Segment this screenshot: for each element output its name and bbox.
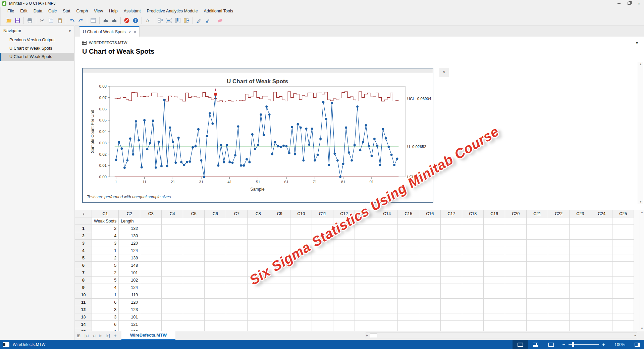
cell-C20-r2[interactable]	[505, 232, 527, 240]
cell-C13-r8[interactable]	[355, 277, 376, 284]
cell-C15-r13[interactable]	[398, 313, 419, 321]
insert-columns-icon[interactable]	[174, 16, 182, 24]
name-row-header[interactable]	[75, 217, 92, 225]
cell-C18-r8[interactable]	[462, 277, 484, 284]
cell-C18-r3[interactable]	[462, 240, 484, 247]
cell-C24-r9[interactable]	[591, 284, 612, 291]
copy-icon[interactable]	[47, 16, 55, 24]
cell-C18-r4[interactable]	[462, 247, 484, 254]
cell-C12-r1[interactable]	[333, 225, 355, 232]
cell-C10-r12[interactable]	[290, 306, 312, 313]
help-icon[interactable]: ?	[131, 16, 140, 24]
cell-C25-r5[interactable]	[612, 254, 634, 262]
cell-C18-r15[interactable]	[462, 328, 484, 331]
cell-C3-r2[interactable]	[140, 232, 162, 240]
cell-C14-r15[interactable]	[376, 328, 398, 331]
cell-C16-r3[interactable]	[419, 240, 441, 247]
column-name-C18[interactable]	[462, 217, 484, 225]
column-name-C12[interactable]	[333, 217, 355, 225]
column-name-C15[interactable]	[398, 217, 419, 225]
cell-C9-r3[interactable]	[269, 240, 290, 247]
cell-C23-r14[interactable]	[570, 321, 591, 328]
cell-C21-r8[interactable]	[527, 277, 548, 284]
column-header-C5[interactable]: C5	[183, 210, 205, 217]
cell-C4-r7[interactable]	[162, 269, 183, 277]
cell-C15-r11[interactable]	[398, 299, 419, 306]
cell-C23-r8[interactable]	[570, 277, 591, 284]
eraser-icon[interactable]	[216, 16, 224, 24]
grid-vertical-scrollbar[interactable]: ▲ ▼	[640, 210, 644, 331]
cell-C21-r10[interactable]	[527, 291, 548, 299]
cell-C14-r14[interactable]	[376, 321, 398, 328]
find-icon[interactable]	[102, 16, 110, 24]
cell-C17-r15[interactable]	[441, 328, 462, 331]
cell-C11-r9[interactable]	[312, 284, 333, 291]
cell-C5-r6[interactable]	[183, 262, 205, 269]
cell-C8-r6[interactable]	[248, 262, 269, 269]
cell-C8-r8[interactable]	[248, 277, 269, 284]
cell-C2-r14[interactable]: 121	[119, 321, 140, 328]
column-name-C17[interactable]	[441, 217, 462, 225]
cell-C4-r14[interactable]	[162, 321, 183, 328]
cell-C9-r12[interactable]	[269, 306, 290, 313]
cell-C14-r4[interactable]	[376, 247, 398, 254]
cell-C15-r7[interactable]	[398, 269, 419, 277]
cell-C14-r3[interactable]	[376, 240, 398, 247]
view-output-button[interactable]	[513, 340, 528, 349]
cell-C25-r15[interactable]	[612, 328, 634, 331]
cell-C21-r11[interactable]	[527, 299, 548, 306]
cell-C17-r13[interactable]	[441, 313, 462, 321]
prev-sheet-icon[interactable]: ◁	[92, 334, 95, 338]
cell-C5-r13[interactable]	[183, 313, 205, 321]
cell-C2-r3[interactable]: 120	[119, 240, 140, 247]
cell-C15-r5[interactable]	[398, 254, 419, 262]
cell-C2-r1[interactable]: 132	[119, 225, 140, 232]
cell-C10-r10[interactable]	[290, 291, 312, 299]
cell-C20-r8[interactable]	[505, 277, 527, 284]
cell-C6-r6[interactable]	[205, 262, 226, 269]
cell-C5-r9[interactable]	[183, 284, 205, 291]
find-next-icon[interactable]	[110, 16, 118, 24]
cell-C23-r15[interactable]	[570, 328, 591, 331]
cell-C23-r4[interactable]	[570, 247, 591, 254]
cell-C11-r6[interactable]	[312, 262, 333, 269]
cell-C4-r2[interactable]	[162, 232, 183, 240]
cell-C25-r2[interactable]	[612, 232, 634, 240]
column-name-C2[interactable]: Length	[119, 217, 140, 225]
column-header-C15[interactable]: C15	[398, 210, 419, 217]
cell-C4-r8[interactable]	[162, 277, 183, 284]
cell-C24-r8[interactable]	[591, 277, 612, 284]
cell-C21-r13[interactable]	[527, 313, 548, 321]
zoom-in-button[interactable]: +	[599, 342, 608, 347]
cell-C25-r10[interactable]	[612, 291, 634, 299]
cell-C3-r10[interactable]	[140, 291, 162, 299]
cell-C20-r10[interactable]	[505, 291, 527, 299]
cell-C22-r2[interactable]	[548, 232, 570, 240]
insert-rows-icon[interactable]	[165, 16, 173, 24]
cell-C6-r5[interactable]	[205, 254, 226, 262]
cell-C7-r5[interactable]	[226, 254, 248, 262]
cell-C3-r15[interactable]	[140, 328, 162, 331]
cell-C23-r12[interactable]	[570, 306, 591, 313]
cell-C20-r14[interactable]	[505, 321, 527, 328]
cell-C24-r3[interactable]	[591, 240, 612, 247]
cell-C4-r6[interactable]	[162, 262, 183, 269]
column-name-C10[interactable]	[290, 217, 312, 225]
cell-C10-r2[interactable]	[290, 232, 312, 240]
cell-C2-r15[interactable]: 122	[119, 328, 140, 331]
cell-C11-r15[interactable]	[312, 328, 333, 331]
column-name-C25[interactable]	[612, 217, 634, 225]
cell-C22-r12[interactable]	[548, 306, 570, 313]
cell-C10-r15[interactable]	[290, 328, 312, 331]
menu-view[interactable]: View	[91, 7, 106, 15]
cell-C16-r2[interactable]	[419, 232, 441, 240]
cell-C2-r11[interactable]: 120	[119, 299, 140, 306]
cell-C13-r12[interactable]	[355, 306, 376, 313]
cell-C4-r5[interactable]	[162, 254, 183, 262]
cell-C15-r4[interactable]	[398, 247, 419, 254]
cell-C11-r11[interactable]	[312, 299, 333, 306]
cell-C20-r7[interactable]	[505, 269, 527, 277]
cell-C2-r10[interactable]: 119	[119, 291, 140, 299]
cell-C22-r7[interactable]	[548, 269, 570, 277]
cell-C15-r14[interactable]	[398, 321, 419, 328]
